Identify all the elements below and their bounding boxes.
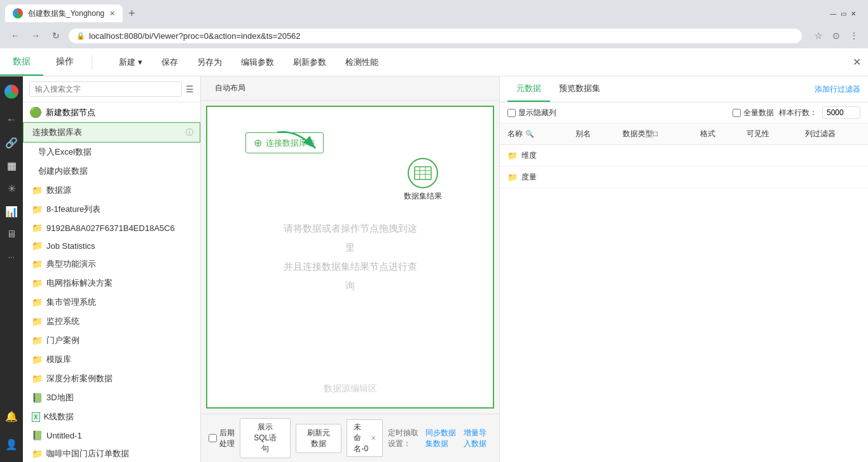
full-data-input[interactable]: [733, 109, 741, 117]
forward-button[interactable]: →: [28, 28, 43, 43]
sidebar-user-icon[interactable]: 👤: [1, 434, 22, 454]
menu-dots-icon[interactable]: ⋮: [848, 29, 860, 42]
tree-item-3d[interactable]: 📗 3D地图: [23, 388, 200, 407]
minimize-button[interactable]: —: [829, 9, 837, 18]
canvas-main: ⊕ 连接数据库表 请将数据或者操作节点拖拽到这里 并且连接数据集结果节点进行查询: [206, 106, 494, 409]
tree-item-feature[interactable]: 📁 8-1feature列表: [23, 200, 200, 219]
tab-favicon: [13, 8, 23, 18]
refresh-params-button[interactable]: 刷新参数: [284, 53, 335, 72]
tree-item-grid[interactable]: 📁 电网指标解决方案: [23, 274, 200, 293]
canvas-area: 自动布局 ⊕ 连接数据库表: [201, 76, 499, 462]
tree-item-template[interactable]: 📁 模版库: [23, 350, 200, 369]
tree-item-datasource[interactable]: 📁 数据源: [23, 181, 200, 200]
sidebar-nav-back[interactable]: ←: [1, 109, 22, 130]
browser-tab[interactable]: 创建数据集_Yonghong ✕: [5, 4, 123, 22]
save-button[interactable]: 保存: [153, 53, 187, 72]
tree-item-market[interactable]: 📁 集市管理系统: [23, 293, 200, 312]
post-process-input[interactable]: [209, 434, 217, 442]
data-panel: ☰ 🟢 新建数据节点 连接数据库表 ⓘ 导入Excel数据: [23, 76, 201, 462]
new-tab-button[interactable]: +: [123, 4, 141, 22]
url-box[interactable]: 🔒 localhost:8080/bi/Viewer?proc=0&action…: [69, 29, 802, 43]
row-alias-cell: [568, 167, 615, 188]
sidebar-table-icon[interactable]: ▦: [1, 155, 22, 176]
folder-green-icon: 📗: [32, 393, 43, 403]
incremental-link[interactable]: 增量导入数据: [464, 428, 492, 449]
edit-params-button[interactable]: 编辑参数: [232, 53, 283, 72]
tree-item-coffee[interactable]: 📁 咖啡中国门店订单数据: [23, 444, 200, 462]
show-hidden-checkbox[interactable]: 显示隐藏列: [507, 108, 556, 118]
show-sql-button[interactable]: 展示SQL语句: [240, 418, 291, 458]
row-filter-cell: [797, 167, 868, 188]
folder-icon: 📁: [32, 316, 43, 326]
row-name-cell: 📁 度量: [500, 167, 568, 188]
tree-item-untitled[interactable]: 📗 Untitled-1: [23, 426, 200, 444]
tree-item-label: Untitled-1: [46, 431, 82, 440]
tree-item-typical[interactable]: 📁 典型功能演示: [23, 255, 200, 274]
sidebar-asterisk-icon[interactable]: ✳: [1, 178, 22, 199]
placeholder-line1: 请将数据或者操作节点拖拽到这里: [279, 219, 422, 257]
tab-operation[interactable]: 操作: [43, 48, 86, 76]
tree-item-portal[interactable]: 📁 门户案例: [23, 331, 200, 350]
right-tabs: 元数据 预览数据集 添加行过滤器: [500, 76, 868, 102]
tab-strip-close[interactable]: ✕: [371, 435, 376, 442]
tree-item-label: 3D地图: [46, 392, 74, 403]
back-button[interactable]: ←: [8, 28, 23, 43]
canvas-area-label: 数据源编辑区: [324, 383, 377, 395]
window-controls: — ▭ ✕: [829, 9, 863, 18]
tab-metadata[interactable]: 元数据: [507, 76, 550, 102]
sidebar-link-icon[interactable]: 🔗: [1, 132, 22, 153]
panel-menu-icon[interactable]: ☰: [186, 84, 194, 94]
sidebar-chart-icon[interactable]: 📊: [1, 201, 22, 221]
create-embed-item[interactable]: 创建内嵌数据: [23, 162, 200, 181]
tab-close-button[interactable]: ✕: [109, 10, 115, 18]
tab-data[interactable]: 数据: [0, 48, 43, 76]
close-app-button[interactable]: ✕: [845, 51, 868, 74]
sidebar-more-icon[interactable]: ···: [1, 247, 22, 267]
tree-item-deep[interactable]: 📁 深度分析案例数据: [23, 369, 200, 388]
row-visibility-cell: [739, 167, 797, 188]
row-datatype-cell: [615, 167, 692, 188]
row-filter-cell: [797, 145, 868, 167]
tree-item-label: 门户案例: [46, 335, 79, 346]
tree-item-job-statistics[interactable]: 📁 Job Statistics: [23, 237, 200, 255]
new-button[interactable]: 新建 ▾: [110, 53, 151, 72]
toolbar-actions: 新建 ▾ 保存 另存为 编辑参数 刷新参数 检测性能: [102, 53, 395, 72]
search-input[interactable]: [29, 81, 182, 97]
icon-sidebar: ← 🔗 ▦ ✳ 📊 🖥 ··· 🔔 👤: [0, 76, 23, 462]
tree-item-label: 数据源: [46, 185, 71, 196]
close-window-button[interactable]: ✕: [849, 9, 858, 18]
row-format-cell: [692, 145, 740, 167]
canvas-bottom: 后期处理 展示SQL语句 刷新元数据 未命名-0 ✕ 定时抽取设置： 同步数据集…: [201, 414, 499, 462]
refresh-meta-button[interactable]: 刷新元数据: [296, 424, 341, 453]
import-excel-item[interactable]: 导入Excel数据: [23, 143, 200, 162]
post-process-checkbox[interactable]: 后期处理: [209, 428, 235, 449]
connect-db-item[interactable]: 连接数据库表 ⓘ: [23, 122, 200, 143]
tab-preview[interactable]: 预览数据集: [550, 76, 609, 102]
dataset-result-node[interactable]: 数据集结果: [404, 158, 442, 202]
reload-button[interactable]: ↻: [48, 28, 64, 43]
show-hidden-input[interactable]: [507, 109, 516, 117]
sidebar-bell-icon[interactable]: 🔔: [1, 406, 22, 426]
tree-item-uuid[interactable]: 📁 9192BA8A027F6371B4ED18A5C6: [23, 219, 200, 237]
col-header-name: 名称 🔍: [500, 123, 568, 145]
tree-item-kline[interactable]: X K线数据: [23, 407, 200, 426]
account-icon[interactable]: ⊙: [830, 29, 843, 42]
info-icon[interactable]: ⓘ: [186, 127, 193, 138]
bookmark-icon[interactable]: ☆: [812, 29, 825, 42]
maximize-button[interactable]: ▭: [839, 9, 848, 18]
name-search-icon[interactable]: 🔍: [525, 130, 534, 138]
show-hidden-label: 显示隐藏列: [518, 108, 556, 118]
save-as-button[interactable]: 另存为: [188, 53, 231, 72]
auto-layout-button[interactable]: 自动布局: [209, 80, 252, 96]
sample-count-input[interactable]: [822, 106, 860, 119]
tab-strip-item[interactable]: 未命名-0 ✕: [347, 419, 383, 457]
new-data-node-row[interactable]: 🟢 新建数据节点: [23, 102, 200, 122]
tree-item-monitor[interactable]: 📁 监控系统: [23, 312, 200, 331]
full-data-checkbox[interactable]: 全量数据: [733, 108, 774, 118]
sync-data-link[interactable]: 同步数据集数据: [425, 428, 458, 449]
tab-title: 创建数据集_Yonghong: [28, 8, 104, 19]
add-filter-button[interactable]: 添加行过滤器: [815, 81, 860, 97]
sidebar-monitor-icon[interactable]: 🖥: [1, 224, 22, 244]
detect-button[interactable]: 检测性能: [336, 53, 387, 72]
folder-icon: 📁: [32, 278, 43, 288]
